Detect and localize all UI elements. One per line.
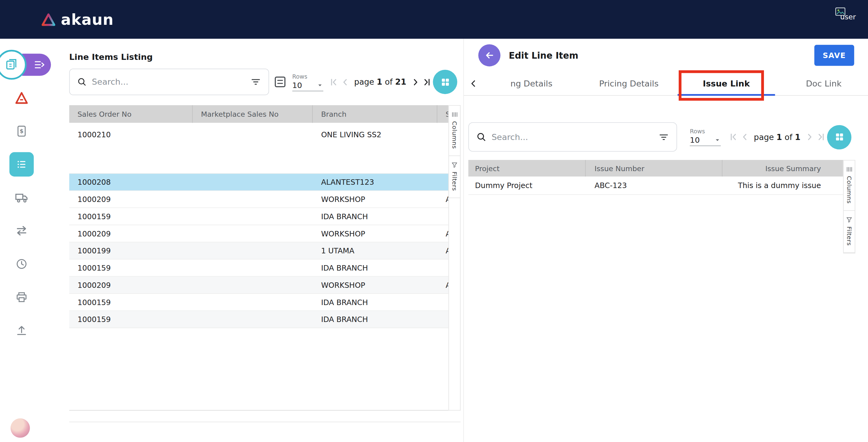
line-item-row[interactable]: 1000209 WORKSHOP AH <box>69 277 448 294</box>
sidebar-item-akaun-pos[interactable] <box>9 86 34 110</box>
search-icon <box>77 77 87 87</box>
rows-per-page-selector: Rows 10 <box>292 73 323 91</box>
save-button[interactable]: SAVE <box>814 45 855 66</box>
truck-icon <box>14 190 29 205</box>
back-button[interactable] <box>478 44 500 66</box>
search-input[interactable] <box>492 132 653 142</box>
first-page-button[interactable] <box>328 76 339 88</box>
panel-header: Edit Line Item SAVE <box>464 39 868 66</box>
grid-view-button[interactable] <box>433 70 457 94</box>
sidebar-item-history[interactable] <box>9 252 34 276</box>
cell-branch: 1 UTAMA <box>313 246 437 255</box>
cell-sales-order-no: 1000199 <box>69 246 193 255</box>
upload-icon <box>15 324 28 337</box>
tab[interactable]: Issue Link <box>678 72 775 95</box>
table-body: Dummy Project ABC-123 This is a dummy is… <box>468 177 843 195</box>
cell-branch: WORKSHOP <box>313 281 437 289</box>
cell-sales-order-no: 1000209 <box>69 281 193 289</box>
cell-branch: WORKSHOP <box>313 195 437 203</box>
sidebar-item-delivery[interactable] <box>9 185 34 210</box>
tabs: ng Details Pricing Details Issue Link <box>483 72 868 95</box>
cell-sales-order-no: 1000159 <box>69 298 193 307</box>
tab[interactable]: ng Details <box>483 72 580 95</box>
rows-per-page-dropdown[interactable]: 10 <box>292 81 323 91</box>
line-item-row[interactable]: 1000159 IDA BRANCH <box>69 208 448 225</box>
rows-per-page-selector: Rows 10 <box>690 128 721 146</box>
edit-line-item-panel: Edit Line Item SAVE ng Details Pricing D… <box>463 39 868 442</box>
first-page-button[interactable] <box>727 131 739 143</box>
search-box <box>468 122 677 152</box>
app-switcher <box>0 50 51 80</box>
grid-view-button[interactable] <box>827 125 852 149</box>
sidebar-nav: $ <box>0 86 43 343</box>
filter-icon[interactable] <box>250 76 261 88</box>
logo-text: akaun <box>61 12 114 27</box>
filter-icon[interactable] <box>658 131 670 143</box>
pagination: page 1 of 21 <box>328 76 433 88</box>
line-items-icon <box>15 158 28 171</box>
issue-row[interactable]: Dummy Project ABC-123 This is a dummy is… <box>468 177 843 195</box>
line-item-row[interactable]: 1000209 WORKSHOP AH <box>69 191 448 208</box>
cell-sales-order-no: 1000210 <box>69 130 193 139</box>
akaun-logo[interactable]: akaun <box>41 12 114 27</box>
filters-strip-button[interactable]: Filters <box>449 155 460 198</box>
tabs-scroll-left-button[interactable] <box>464 72 483 95</box>
column-header-marketplace-sales-no: Marketplace Sales No <box>193 105 313 123</box>
cell-branch: IDA BRANCH <box>313 263 437 272</box>
sidebar-item-transfer[interactable] <box>9 219 34 243</box>
sidebar-item-print[interactable] <box>9 285 34 310</box>
last-page-button[interactable] <box>815 131 827 143</box>
line-item-row[interactable]: 1000209 WORKSHOP AH <box>69 225 448 243</box>
last-page-button[interactable] <box>421 76 433 88</box>
back-arrow-icon <box>484 50 495 61</box>
columns-strip-button[interactable]: Columns <box>449 106 460 156</box>
sidebar: $ <box>0 39 43 442</box>
table-side-strip: Columns Filters <box>448 105 461 411</box>
cell-branch: WORKSHOP <box>313 229 437 238</box>
line-item-row[interactable]: 1000199 1 UTAMA AH <box>69 243 448 260</box>
line-item-row[interactable]: 1000210 ONE LIVING SS2 <box>69 123 448 173</box>
user-avatar-broken[interactable]: user <box>835 7 856 21</box>
filters-funnel-icon <box>846 217 852 223</box>
columns-strip-button[interactable]: Columns <box>844 161 855 211</box>
user-alt-text: user <box>840 13 856 21</box>
cell-sales-order-no: 1000159 <box>69 315 193 323</box>
search-box <box>69 69 269 95</box>
columns-icon <box>451 111 458 118</box>
line-item-row[interactable]: 1000159 IDA BRANCH <box>69 259 448 277</box>
table-header: Sales Order No Marketplace Sales No Bran… <box>69 105 448 123</box>
page-indicator: page 1 of 21 <box>354 77 406 86</box>
history-clock-icon <box>15 257 28 271</box>
prev-page-button[interactable] <box>339 76 350 88</box>
cell-project: Dummy Project <box>468 181 586 190</box>
cell-branch: ALANTEST123 <box>313 178 437 187</box>
cell-sa: AH <box>437 195 448 203</box>
next-page-button[interactable] <box>804 131 815 143</box>
line-item-row[interactable]: 1000159 IDA BRANCH <box>69 311 448 328</box>
tab[interactable]: Pricing Details <box>580 72 678 95</box>
table-header: Project Issue Number Issue Summary <box>468 160 843 177</box>
next-page-button[interactable] <box>409 76 421 88</box>
lower-card-edge <box>69 422 461 438</box>
sidebar-item-line-items[interactable] <box>9 152 34 177</box>
line-item-row[interactable]: 1000159 IDA BRANCH <box>69 294 448 311</box>
printer-icon <box>15 290 28 304</box>
profile-avatar[interactable] <box>10 418 30 438</box>
line-item-row[interactable]: 1000208 ALANTEST123 <box>69 174 448 191</box>
issue-link-toolbar: Rows 10 page 1 of 1 <box>464 122 868 152</box>
search-input[interactable] <box>92 77 245 87</box>
prev-page-button[interactable] <box>739 131 750 143</box>
app-window: akaun user <box>0 0 868 442</box>
filters-strip-button[interactable]: Filters <box>844 210 855 253</box>
rows-per-page-dropdown[interactable]: 10 <box>690 135 721 146</box>
akaun-pos-icon <box>14 91 29 105</box>
columns-icon <box>846 166 852 172</box>
sidebar-item-upload[interactable] <box>9 318 34 343</box>
tab[interactable]: Doc Link <box>775 72 868 95</box>
table-side-strip: Columns Filters <box>843 160 855 253</box>
row-density-button[interactable] <box>273 75 287 89</box>
cell-issue-summary: This is a dummy issue <box>722 181 843 190</box>
sidebar-item-invoice[interactable]: $ <box>9 119 34 144</box>
transfer-arrows-icon <box>14 223 29 238</box>
cell-sales-order-no: 1000209 <box>69 229 193 238</box>
